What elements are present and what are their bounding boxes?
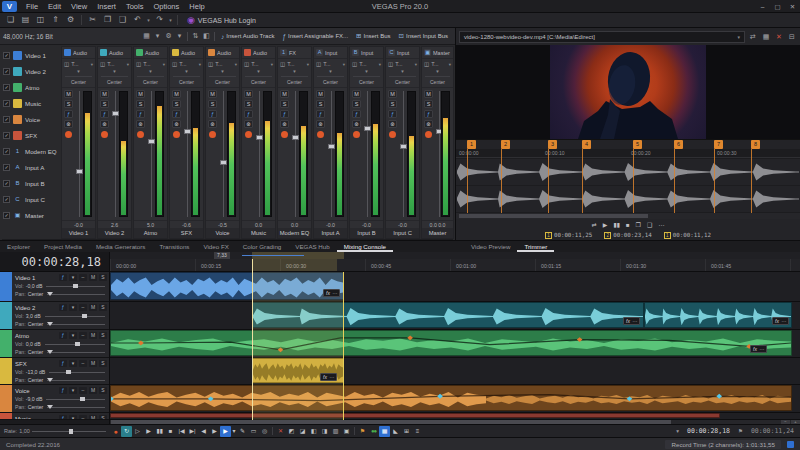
dock-tab[interactable]: Video Preview xyxy=(464,241,517,252)
quantize-to-frames-icon[interactable]: ⊞ xyxy=(401,426,412,437)
trimmer-media-selector[interactable]: video-1280-webvideo-dev.mp4 [C:\Media\Ed… xyxy=(459,31,745,43)
track-fx-icon[interactable]: ƒ xyxy=(59,387,67,394)
pan-control[interactable]: Center xyxy=(173,76,200,87)
downmix-output-icon[interactable]: ⇅ xyxy=(190,32,201,40)
detach-panel-icon[interactable]: ⊟ xyxy=(787,33,797,41)
phase-invert-button[interactable]: ⊗ xyxy=(244,120,253,128)
channel-visible-checkbox[interactable]: ✓ xyxy=(3,68,10,75)
strip-device-selector[interactable]: ◫ T... ▾ xyxy=(134,58,167,69)
timeline-track-header[interactable]: Video 1 ƒ ▾ – M S Vol: -0,0 dB Pan: xyxy=(0,272,109,302)
audio-event-video-1[interactable]: fx⋯ xyxy=(110,272,344,300)
channel-visible-checkbox[interactable]: ✓ xyxy=(3,52,10,59)
mixer-channel-list-item[interactable]: ✓ Atmo xyxy=(0,79,60,95)
mute-button[interactable]: M xyxy=(280,90,289,98)
track-pan-slider[interactable] xyxy=(47,380,105,381)
open-in-trimmer-icon[interactable]: ⇄ xyxy=(748,33,758,41)
timeline-loop-bar[interactable]: 7,33 xyxy=(110,252,800,259)
volume-fader[interactable] xyxy=(400,91,407,217)
pan-control[interactable]: Center xyxy=(65,76,92,87)
trimmer-marker-bar[interactable]: 12345678 xyxy=(456,139,800,149)
mixer-channel-list-item[interactable]: ✓ B Input B xyxy=(0,175,60,191)
track-automation-icon[interactable]: ▾ xyxy=(69,415,77,420)
selection-tool-button[interactable]: ▭ xyxy=(248,426,259,437)
pan-control[interactable]: Center xyxy=(209,76,236,87)
strip-device-selector[interactable]: ◫ T... ▾ xyxy=(98,58,131,69)
trimmer-marker-tag[interactable]: 2 xyxy=(501,140,510,149)
vegas-hub-login-button[interactable]: VEGAS Hub Login xyxy=(198,17,256,24)
publish-icon[interactable]: ⇑ xyxy=(48,14,63,26)
trimmer-stop-button[interactable]: ■ xyxy=(626,222,630,228)
trimmer-play-button[interactable]: ▶ xyxy=(603,221,608,228)
event-fx-badge[interactable]: fx⋯ xyxy=(750,345,767,353)
track-pan-slider[interactable] xyxy=(47,324,105,325)
mixer-channel-list-item[interactable]: ✓ A Input A xyxy=(0,159,60,175)
record-arm-button[interactable] xyxy=(353,131,360,138)
trimmer-marker-tag[interactable]: 3 xyxy=(548,140,557,149)
mixer-channel-strip[interactable]: C Input ◫ T... ▾ ▼ Center M S ƒ ⊗ xyxy=(385,46,420,239)
event-fx-badge[interactable]: fx⋯ xyxy=(320,373,337,381)
track-minimize-icon[interactable]: – xyxy=(79,274,87,281)
track-solo-button[interactable]: S xyxy=(99,332,107,339)
event-fx-badge[interactable]: fx⋯ xyxy=(772,317,789,325)
display-mode-icon[interactable]: ▦ xyxy=(761,33,771,41)
record-arm-button[interactable] xyxy=(101,131,108,138)
pan-control[interactable]: Center xyxy=(101,76,128,87)
track-row-video-2[interactable]: fx⋯ fx⋯ xyxy=(110,302,800,330)
mute-button[interactable]: M xyxy=(208,90,217,98)
strip-expand-button[interactable]: ▼ xyxy=(314,69,347,76)
insert-audio-track-button[interactable]: ♪Insert Audio Track xyxy=(217,30,278,42)
open-project-icon[interactable]: ▤ xyxy=(18,14,33,26)
menu-item[interactable]: View xyxy=(66,0,92,13)
auto-crossfade-icon[interactable]: ◣ xyxy=(390,426,401,437)
previous-frame-button[interactable]: ◀ xyxy=(198,426,209,437)
channel-fx-button[interactable]: ƒ xyxy=(280,110,289,118)
strip-device-selector[interactable]: ◫ T... ▾ xyxy=(350,58,383,69)
mixer-channel-list-item[interactable]: ✓ Voice xyxy=(0,111,60,127)
phase-invert-button[interactable]: ⊗ xyxy=(208,120,217,128)
timeline-track-header[interactable]: Video 2 ƒ ▾ – M S Vol: 3,0 dB Pan: xyxy=(0,302,109,330)
envelope-tool-button[interactable]: ✎ xyxy=(237,426,248,437)
insert-marker-button[interactable]: ⚑ xyxy=(357,426,368,437)
track-mute-button[interactable]: M xyxy=(89,415,97,420)
pan-control[interactable]: Center xyxy=(425,76,450,87)
cut-icon[interactable]: ✂ xyxy=(85,14,100,26)
channel-visible-checkbox[interactable]: ✓ xyxy=(3,180,10,187)
record-arm-button[interactable] xyxy=(281,131,288,138)
strip-device-selector[interactable]: ◫ T... ▾ xyxy=(242,58,275,69)
pan-control[interactable]: Center xyxy=(245,76,272,87)
split-event-icon[interactable]: ▥ xyxy=(330,426,341,437)
resize-grip[interactable] xyxy=(787,441,794,448)
trim-start-icon[interactable]: ◩ xyxy=(286,426,297,437)
channel-fx-button[interactable]: ƒ xyxy=(244,110,253,118)
strip-expand-button[interactable]: ▼ xyxy=(278,69,311,76)
insert-input-bus-button[interactable]: ⊡Insert Input Bus xyxy=(395,30,452,42)
mixer-channel-strip[interactable]: Audio ◫ T... ▾ ▼ Center M S ƒ ⊗ xyxy=(133,46,168,239)
channel-fx-button[interactable]: ƒ xyxy=(424,110,433,118)
channel-visible-checkbox[interactable]: ✓ xyxy=(3,196,10,203)
channel-fx-button[interactable]: ƒ xyxy=(208,110,217,118)
add-media-from-cursor-icon[interactable]: ❐ xyxy=(636,221,641,228)
play-button[interactable]: ▶ xyxy=(143,426,154,437)
track-automation-icon[interactable]: ▾ xyxy=(69,304,77,311)
dock-tab[interactable]: Transitions xyxy=(152,241,196,252)
go-to-start-button[interactable]: |◀ xyxy=(176,426,187,437)
record-button[interactable]: ● xyxy=(110,426,121,437)
new-project-icon[interactable]: ❏ xyxy=(3,14,18,26)
track-volume-slider[interactable] xyxy=(46,286,105,287)
channel-fx-button[interactable]: ƒ xyxy=(352,110,361,118)
channel-fx-button[interactable]: ƒ xyxy=(64,110,73,118)
zoom-tool-button[interactable]: ◎ xyxy=(259,426,270,437)
track-row-atmo[interactable]: fx⋯ xyxy=(110,330,800,358)
phase-invert-button[interactable]: ⊗ xyxy=(388,120,397,128)
solo-button[interactable]: S xyxy=(172,100,181,108)
insert-assignable-fx-button[interactable]: ƒInsert Assignable FX... xyxy=(278,30,352,42)
loop-playback-button[interactable]: ↻ xyxy=(121,426,132,437)
channel-visible-checkbox[interactable]: ✓ xyxy=(3,116,10,123)
scrub-control-icon[interactable]: ⇄ xyxy=(592,221,597,228)
phase-invert-button[interactable]: ⊗ xyxy=(172,120,181,128)
channel-fx-button[interactable]: ƒ xyxy=(388,110,397,118)
phase-invert-button[interactable]: ⊗ xyxy=(136,120,145,128)
mute-button[interactable]: M xyxy=(172,90,181,98)
vegas-hub-icon[interactable]: ◉ xyxy=(187,15,195,25)
mixer-views-icon[interactable]: ▦ xyxy=(141,32,152,40)
